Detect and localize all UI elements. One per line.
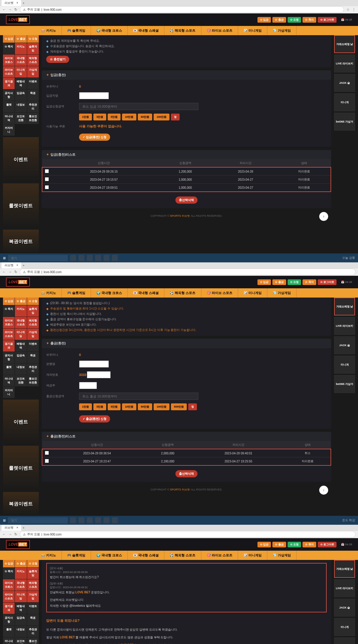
amount-reset[interactable]: 정 [188,403,197,410]
taskbar-search[interactable] [8,517,68,524]
header-point[interactable]: ☆ 쪽지 [303,542,316,547]
withdraw-submit[interactable]: ✓ 출금(환전) 신청 [79,415,110,422]
sidebar-item[interactable]: 통포인트전환 [27,375,39,386]
amount-button[interactable]: 100만원 [154,114,169,120]
sidebar-item[interactable]: ☆ 출금 [15,298,27,305]
taskbar-app-icon[interactable] [78,255,84,261]
header-deposit[interactable]: ☆ 입금 [257,279,271,285]
apply-button[interactable]: ☆ 충전받기 [46,56,69,63]
right-widget[interactable]: 미니게 [334,356,355,374]
sidebar-item[interactable]: 쪽권 [27,352,39,363]
close-icon[interactable]: × [16,526,18,529]
sidebar-item[interactable]: 내정보 [15,626,27,637]
sidebar-item[interactable]: 머니내역 [3,113,15,124]
amount-button[interactable]: 10만원 [122,114,136,120]
browser-tab[interactable]: 러브벳× [1,262,21,268]
sidebar-item[interactable]: 입금속 [15,614,27,626]
header-logout[interactable]: ☆ 로그아웃 [318,17,337,23]
nav-item[interactable]: 💎 가상게임 [267,288,297,298]
amount-button[interactable]: 5만원 [108,403,121,410]
sidebar-item[interactable]: 포인트전환 [15,375,27,386]
event-banner[interactable]: 이벤트 [3,400,39,444]
star-icon[interactable]: ☆ [346,7,350,12]
taskbar-app-icon[interactable] [87,255,93,261]
new-tab-button[interactable]: + [23,1,24,5]
sidebar-item[interactable]: ☆ 쪽지 [3,305,15,317]
taskbar-app-icon[interactable] [112,255,118,261]
sidebar-item[interactable]: ☆ 출금 [15,560,27,567]
amount-button[interactable]: 1만원 [79,114,92,120]
sidebar-item[interactable]: 해외형 스포츠 [27,55,39,66]
sidebar-item[interactable]: 가상게임 [27,329,39,340]
sidebar-item[interactable]: 공지사항 [3,614,15,626]
right-widget[interactable]: 미니게 [334,618,355,636]
forward-icon[interactable]: → [8,7,12,12]
sidebar-item[interactable]: 공지사항 [3,352,15,363]
header-money[interactable]: ☆ 요청 [288,542,301,547]
scroll-top-icon[interactable]: ↑ [319,486,328,495]
sidebar-item[interactable]: 포인트전환 [15,113,27,124]
right-widget[interactable]: 거래소예정 낮 [334,298,355,315]
taskbar-app-icon[interactable] [104,255,109,261]
sidebar-item[interactable]: 슬롯게임 [27,305,39,317]
sidebar-item[interactable]: 쪽권 [27,614,39,626]
holder-input[interactable] [79,382,97,389]
sidebar-item[interactable]: 내정보 [15,101,27,112]
sidebar-item[interactable]: 라이브 크로스 [3,55,15,66]
amount-button[interactable]: 3만원 [93,114,106,120]
sidebar-item[interactable]: 카지노 [15,568,27,579]
sidebar-item[interactable]: 라이브 크로스 [3,579,15,591]
taskbar-app-icon[interactable] [112,517,118,523]
nav-item[interactable]: 🎰 카지노 [36,26,62,35]
roulette-banner[interactable]: 룰렛이벤트 [3,446,39,490]
taskbar-app-icon[interactable] [70,517,76,523]
right-widget[interactable]: bet365 가상거 [334,113,355,131]
sidebar-item[interactable]: 머니내역 [3,637,15,644]
taskbar-app-icon[interactable] [104,517,109,523]
back-icon[interactable]: ← [2,532,6,536]
logo[interactable]: LOVE BET [6,540,30,549]
amount-reset[interactable]: 정 [171,114,180,120]
header-deposit[interactable]: ☆ 입금 [257,17,271,23]
nav-item[interactable]: 🎲 미니게임 [238,551,267,560]
nav-item[interactable]: 🎮 슬롯게임 [62,551,91,560]
header-logout[interactable]: ☆ 로그아웃 [318,542,337,547]
nav-item[interactable]: ⚽ 해외형 스포츠 [164,288,201,298]
header-withdraw[interactable]: ☆ 출금 [272,279,286,285]
nav-item[interactable]: 🇰🇷 국내형 스페셜 [128,288,164,298]
sidebar-item[interactable]: 내정보 [15,363,27,375]
header-withdraw[interactable]: ☆ 출금 [272,542,286,547]
sidebar-item[interactable]: 추천관리 [27,363,39,375]
nav-item[interactable]: 🇰🇷 국내형 스페셜 [128,26,164,35]
nav-item[interactable]: 💎 가상게임 [267,26,297,35]
url-bar[interactable]: ⚠ 주의 요함 | love-900.com [20,531,356,538]
nav-item[interactable]: 🌍 국내형 크로스 [91,551,128,560]
amount-button[interactable]: 3만원 [93,403,106,410]
amount-button[interactable]: 500만원 [171,403,187,410]
sidebar-item[interactable]: 해외형 스포츠 [27,579,39,591]
amount-input[interactable] [79,393,198,400]
back-icon[interactable]: ← [2,7,6,12]
sidebar-item[interactable]: 국내형 스포츠 [15,55,27,66]
right-widget[interactable]: JACK 슬 [334,74,355,92]
amount-button[interactable]: 5만원 [108,114,121,120]
back-icon[interactable]: ← [2,270,6,274]
sidebar-item[interactable]: 통포인트전환 [27,113,39,124]
nav-item[interactable]: 🎯 라이브 스포츠 [201,288,238,298]
sidebar-item[interactable]: ☆ 입금 [3,298,15,305]
menu-icon[interactable]: ⋮ [352,7,356,12]
sidebar-item[interactable]: 경기결과 [3,340,15,352]
url-bar[interactable]: ⚠ 주의 요함 | love-900.com [20,6,344,13]
header-point[interactable]: ☆ 쪽지 [303,17,316,23]
sidebar-item[interactable]: 이벤트 [27,78,39,89]
sidebar-item[interactable]: 슬롯게임 [27,568,39,579]
scroll-top-icon[interactable]: ↑ [319,212,328,221]
sidebar-item[interactable]: 이벤트 [27,603,39,614]
nav-item[interactable]: 💎 가상게임 [267,551,297,560]
nav-item[interactable]: 🎲 미니게임 [238,26,267,35]
sidebar-item[interactable]: ☆ 입금 [3,35,15,43]
sidebar-item[interactable]: ☆ 입금 [3,560,15,567]
sidebar-item[interactable]: 라이브 크로스 [3,317,15,328]
row-checkbox[interactable] [45,451,49,455]
right-widget[interactable]: JACK 슬 [334,336,355,354]
